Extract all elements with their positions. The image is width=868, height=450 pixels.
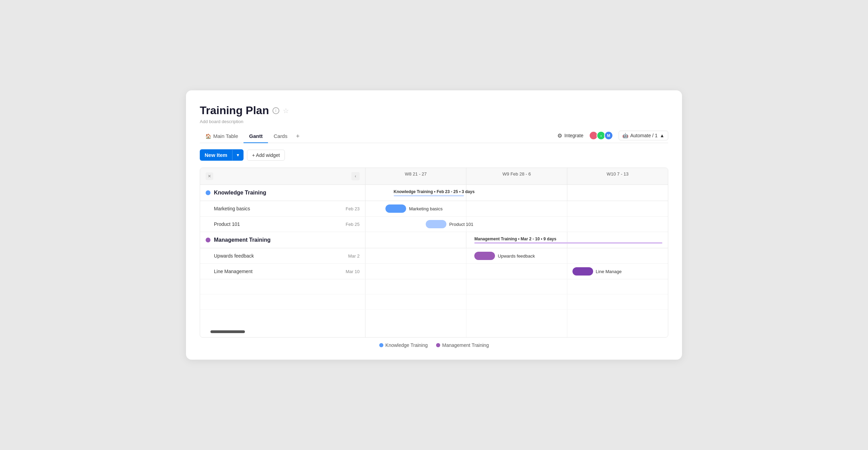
row-line-management: Line Management Mar 10 Line Manage bbox=[200, 264, 668, 279]
add-tab-button[interactable]: + bbox=[293, 131, 302, 141]
group-knowledge-training: Knowledge Training Knowledge Training • … bbox=[200, 185, 668, 201]
gantt-left-header: ✕ ‹ bbox=[200, 168, 365, 184]
automate-icon: 🤖 bbox=[622, 133, 628, 138]
week-cell-p3 bbox=[567, 217, 668, 232]
week-col-w9: W9 Feb 28 - 6 bbox=[466, 168, 567, 184]
legend-dot-management bbox=[436, 343, 440, 347]
empty-cell-6 bbox=[567, 294, 668, 309]
tabs-row: 🏠 Main Table Gantt Cards + ⚙ Integrate + bbox=[200, 130, 668, 143]
avatar: M bbox=[604, 131, 613, 140]
page-title: Training Plan bbox=[200, 104, 269, 117]
gantt-collapse-button[interactable]: ‹ bbox=[351, 172, 360, 180]
empty-cell-3 bbox=[567, 279, 668, 294]
task-bar-fill bbox=[474, 252, 495, 260]
week-cell-l3: Line Manage bbox=[567, 264, 668, 279]
new-item-button[interactable]: New Item ▼ bbox=[200, 149, 244, 161]
week-cell-l1 bbox=[365, 264, 466, 279]
scrollbar-hint[interactable] bbox=[210, 330, 245, 333]
group-bar-track bbox=[394, 195, 464, 197]
board-description[interactable]: Add board description bbox=[200, 119, 668, 124]
app-container: Training Plan i ☆ Add board description … bbox=[186, 90, 682, 360]
week-cell-1: Marketing basics bbox=[365, 201, 466, 216]
empty-timeline bbox=[365, 279, 668, 294]
week-cell-2 bbox=[466, 201, 567, 216]
week-cell-l2 bbox=[466, 264, 567, 279]
group-color-dot bbox=[206, 190, 210, 195]
task-bar-product: Product 101 bbox=[426, 220, 473, 228]
task-bar-line: Line Manage bbox=[572, 267, 622, 276]
empty-cell-2 bbox=[466, 279, 567, 294]
group-week-cell-2 bbox=[466, 185, 567, 201]
row-left-product: Product 101 Feb 25 bbox=[200, 217, 365, 232]
task-bar-upwards: Upwards feedback bbox=[474, 252, 535, 260]
tab-cards[interactable]: Cards bbox=[268, 130, 293, 143]
row-upwards-feedback: Upwards feedback Mar 2 Upwards feedback bbox=[200, 248, 668, 264]
empty-timeline-3 bbox=[365, 310, 668, 337]
page-header: Training Plan i ☆ bbox=[200, 104, 668, 117]
week-cell-u1 bbox=[365, 248, 466, 263]
group-knowledge-left: Knowledge Training bbox=[200, 185, 365, 201]
row-timeline-upwards: Upwards feedback bbox=[365, 248, 668, 263]
toolbar: New Item ▼ + Add widget bbox=[200, 149, 668, 161]
new-item-dropdown-arrow[interactable]: ▼ bbox=[232, 150, 244, 160]
tab-gantt[interactable]: Gantt bbox=[244, 130, 268, 143]
week-col-w10: W10 7 - 13 bbox=[567, 168, 668, 184]
row-timeline-product: Product 101 bbox=[365, 217, 668, 232]
empty-cell-8 bbox=[466, 310, 567, 337]
group-bar-track bbox=[474, 242, 662, 244]
add-widget-button[interactable]: + Add widget bbox=[247, 150, 285, 161]
row-left-line: Line Management Mar 10 bbox=[200, 264, 365, 279]
week-cell-p1: Product 101 bbox=[365, 217, 466, 232]
week-cell-u3 bbox=[567, 248, 668, 263]
task-bar-fill bbox=[385, 204, 406, 213]
empty-row-1 bbox=[200, 279, 668, 294]
empty-row-3 bbox=[200, 310, 668, 337]
gantt-legend: Knowledge Training Management Training bbox=[200, 338, 668, 349]
gantt-container: ✕ ‹ W8 21 - 27 W9 Feb 28 - 6 W10 7 - 13 … bbox=[200, 168, 668, 338]
task-bar-marketing: Marketing basics bbox=[385, 204, 443, 213]
task-bar-fill bbox=[572, 267, 593, 276]
week-cell-p2 bbox=[466, 217, 567, 232]
group-management-training: Management Training Management Training … bbox=[200, 232, 668, 248]
empty-left-3 bbox=[200, 310, 365, 337]
svg-text:+: + bbox=[600, 134, 602, 138]
week-cell-u2: Upwards feedback bbox=[466, 248, 567, 263]
info-icon[interactable]: i bbox=[272, 107, 279, 114]
empty-timeline-2 bbox=[365, 294, 668, 309]
legend-knowledge: Knowledge Training bbox=[379, 342, 428, 348]
empty-left-2 bbox=[200, 294, 365, 309]
empty-cell-1 bbox=[365, 279, 466, 294]
tab-main-table[interactable]: 🏠 Main Table bbox=[200, 130, 244, 143]
week-col-w8: W8 21 - 27 bbox=[365, 168, 466, 184]
row-timeline-line: Line Manage bbox=[365, 264, 668, 279]
gantt-header: ✕ ‹ W8 21 - 27 W9 Feb 28 - 6 W10 7 - 13 bbox=[200, 168, 668, 185]
home-icon: 🏠 bbox=[205, 133, 211, 139]
group-management-left: Management Training bbox=[200, 232, 365, 248]
empty-cell-4 bbox=[365, 294, 466, 309]
row-product-101: Product 101 Feb 25 Product 101 bbox=[200, 217, 668, 232]
integrate-icon: ⚙ bbox=[557, 132, 562, 139]
gantt-settings-icon[interactable]: ✕ bbox=[206, 172, 213, 180]
task-bar-fill bbox=[426, 220, 446, 228]
mgmt-week-2: Management Training • Mar 2 - 10 • 9 day… bbox=[466, 232, 567, 248]
automate-button[interactable]: 🤖 Automate / 1 ▲ bbox=[619, 131, 668, 140]
collapse-icon: ▲ bbox=[660, 133, 664, 138]
row-left-marketing: Marketing basics Feb 23 bbox=[200, 201, 365, 216]
empty-cell-9 bbox=[567, 310, 668, 337]
empty-left bbox=[200, 279, 365, 294]
group-week-cell-1: Knowledge Training • Feb 23 - 25 • 3 day… bbox=[365, 185, 466, 201]
legend-dot-knowledge bbox=[379, 343, 383, 347]
legend-management: Management Training bbox=[436, 342, 489, 348]
group-summary-bar-management: Management Training • Mar 2 - 10 • 9 day… bbox=[474, 237, 662, 244]
row-marketing-basics: Marketing basics Feb 23 Marketing basics bbox=[200, 201, 668, 217]
group-color-dot bbox=[206, 238, 210, 242]
group-summary-bar-knowledge: Knowledge Training • Feb 23 - 25 • 3 day… bbox=[394, 189, 464, 197]
empty-cell-5 bbox=[466, 294, 567, 309]
management-timeline-row: Management Training • Mar 2 - 10 • 9 day… bbox=[365, 232, 668, 248]
week-cell-3 bbox=[567, 201, 668, 216]
mgmt-week-1 bbox=[365, 232, 466, 248]
integrate-button[interactable]: ⚙ Integrate bbox=[557, 132, 583, 139]
favorite-icon[interactable]: ☆ bbox=[283, 107, 289, 115]
avatar-group: + M bbox=[589, 131, 613, 140]
row-left-upwards: Upwards feedback Mar 2 bbox=[200, 248, 365, 263]
